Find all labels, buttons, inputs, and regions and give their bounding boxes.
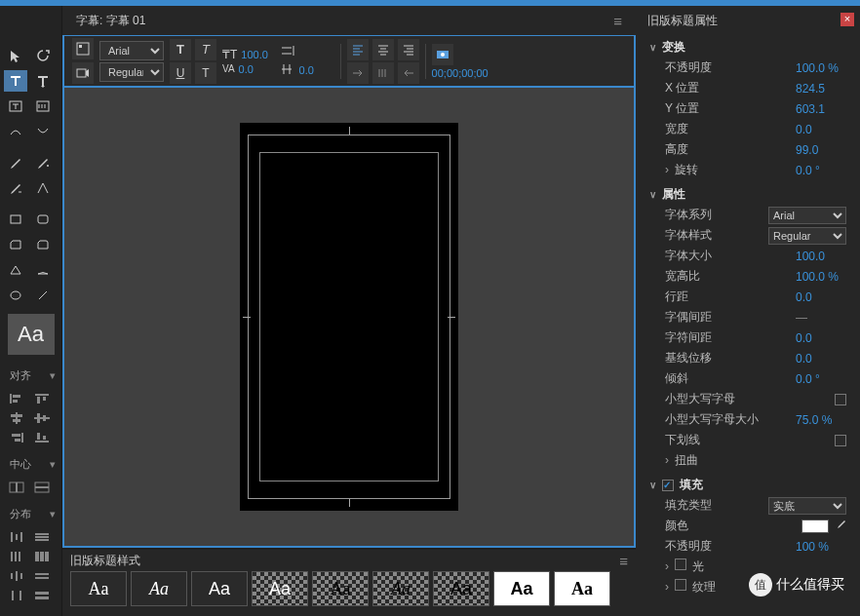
path-type-tool[interactable] <box>4 121 27 142</box>
wedge-tool[interactable] <box>4 259 27 281</box>
convert-point-tool[interactable] <box>31 177 55 199</box>
align-vcenter-icon[interactable] <box>31 410 53 426</box>
clipped-rect-tool[interactable] <box>4 234 27 255</box>
ypos-value[interactable]: 603.1 <box>796 102 846 116</box>
distribute-4-icon[interactable] <box>31 549 53 564</box>
distribute-8-icon[interactable] <box>31 588 53 603</box>
line-tool[interactable] <box>31 285 55 306</box>
height-value[interactable]: 99.0 <box>796 143 846 157</box>
pen-tool[interactable] <box>4 152 27 173</box>
distribute-section-label[interactable]: 分布 <box>0 499 61 525</box>
style-swatch-7[interactable]: Aa <box>433 571 489 606</box>
title-canvas-area[interactable] <box>62 88 636 548</box>
align-bottom-icon[interactable] <box>31 430 53 445</box>
title-canvas[interactable] <box>240 123 458 511</box>
kerning-value[interactable]: 0.0 <box>239 63 274 75</box>
xpos-value[interactable]: 824.5 <box>796 82 846 96</box>
pen-minus-tool[interactable] <box>4 177 27 199</box>
tab-button-2[interactable] <box>372 62 394 84</box>
fill-type-select[interactable]: 实底 <box>768 497 846 515</box>
style-swatch-9[interactable]: Aa <box>554 571 610 606</box>
rotation-label[interactable]: 旋转 <box>665 162 796 178</box>
texture-checkbox[interactable] <box>675 579 686 591</box>
underline-button[interactable]: U <box>170 62 191 84</box>
underline-checkbox[interactable] <box>835 435 846 446</box>
group-fill[interactable]: 填充 <box>636 475 860 495</box>
font-family-prop-select[interactable]: Arial <box>768 207 846 224</box>
center-v-icon[interactable] <box>6 480 27 495</box>
width-value[interactable]: 0.0 <box>796 123 846 136</box>
leading-value[interactable]: 0.0 <box>796 290 846 304</box>
vertical-area-type-tool[interactable] <box>31 96 55 117</box>
pen-plus-tool[interactable] <box>31 152 55 173</box>
distribute-1-icon[interactable] <box>6 529 27 545</box>
video-icon[interactable] <box>72 62 94 84</box>
selection-tool[interactable] <box>4 45 27 66</box>
aspect-value[interactable]: 100.0 % <box>796 270 846 284</box>
align-right-icon[interactable] <box>6 430 27 445</box>
rotation-value[interactable]: 0.0 ° <box>796 164 846 177</box>
font-size-value[interactable]: 100.0 <box>241 49 268 60</box>
smallcaps-button[interactable]: T <box>195 62 216 84</box>
smallcaps-size-value[interactable]: 75.0 % <box>796 413 846 427</box>
eyedropper-icon[interactable] <box>835 519 846 533</box>
type-tool[interactable] <box>4 70 27 92</box>
tracking-value[interactable]: 0.0 <box>299 64 334 76</box>
font-style-select[interactable]: Regular <box>99 62 164 82</box>
color-swatch[interactable] <box>801 520 829 533</box>
rotate-tool[interactable] <box>31 45 55 66</box>
baseline-value[interactable]: 0.0 <box>796 352 846 366</box>
style-swatch-3[interactable]: Aa <box>191 571 248 606</box>
tracking-prop-value[interactable]: 0.0 <box>796 331 846 345</box>
slant-value[interactable]: 0.0 ° <box>796 372 846 386</box>
distribute-3-icon[interactable] <box>6 549 27 564</box>
round-rect-tool[interactable] <box>31 209 55 230</box>
round-clipped-tool[interactable] <box>31 234 55 255</box>
distribute-5-icon[interactable] <box>6 568 27 584</box>
font-size-prop-value[interactable]: 100.0 <box>796 250 846 263</box>
distort-label[interactable]: 扭曲 <box>665 452 846 469</box>
sheen-checkbox[interactable] <box>675 558 686 570</box>
close-button[interactable]: × <box>840 13 854 26</box>
group-transform[interactable]: 变换 <box>636 37 860 58</box>
style-swatch-8[interactable]: Aa <box>493 571 550 606</box>
style-swatch-4[interactable]: Aa <box>252 571 308 606</box>
template-icon[interactable] <box>72 38 94 59</box>
distribute-6-icon[interactable] <box>31 568 53 584</box>
group-attributes[interactable]: 属性 <box>636 184 860 205</box>
tab-button-3[interactable] <box>398 62 419 84</box>
align-section-label[interactable]: 对齐 <box>0 361 61 387</box>
fill-checkbox[interactable] <box>662 480 674 491</box>
style-swatch-1[interactable]: Aa <box>70 571 127 606</box>
align-center-button[interactable] <box>372 39 394 60</box>
style-swatch-2[interactable]: Aa <box>131 571 187 606</box>
vertical-type-tool[interactable] <box>31 70 55 92</box>
opacity-value[interactable]: 100.0 % <box>796 61 846 75</box>
distribute-7-icon[interactable] <box>6 588 27 603</box>
bold-button[interactable]: T <box>170 39 191 60</box>
align-hcenter-icon[interactable] <box>6 410 27 426</box>
ellipse-tool[interactable] <box>4 285 27 306</box>
distribute-2-icon[interactable] <box>31 529 53 545</box>
align-left-button[interactable] <box>347 39 369 60</box>
align-right-button[interactable] <box>398 39 419 60</box>
italic-button[interactable]: T <box>195 39 216 60</box>
font-style-prop-select[interactable]: Regular <box>768 227 846 245</box>
arc-tool[interactable] <box>31 259 55 281</box>
align-left-icon[interactable] <box>6 391 27 406</box>
path-type-tool-2[interactable] <box>31 121 55 142</box>
font-family-select[interactable]: Arial <box>99 41 164 60</box>
tab-button-1[interactable] <box>347 62 369 84</box>
rectangle-tool[interactable] <box>4 209 27 230</box>
style-swatch-6[interactable]: Aa <box>372 571 429 606</box>
align-top-icon[interactable] <box>31 391 53 406</box>
center-h-icon[interactable] <box>31 480 53 495</box>
smallcaps-checkbox[interactable] <box>835 394 846 405</box>
timecode-display[interactable]: 00;00;00;00 <box>432 67 489 79</box>
text-style-button[interactable]: Aa <box>8 314 55 355</box>
area-type-tool[interactable] <box>4 96 27 117</box>
style-swatch-5[interactable]: Aa <box>312 571 369 606</box>
fill-opacity-value[interactable]: 100 % <box>796 540 846 554</box>
center-section-label[interactable]: 中心 <box>0 449 61 476</box>
show-video-button[interactable] <box>432 44 453 65</box>
